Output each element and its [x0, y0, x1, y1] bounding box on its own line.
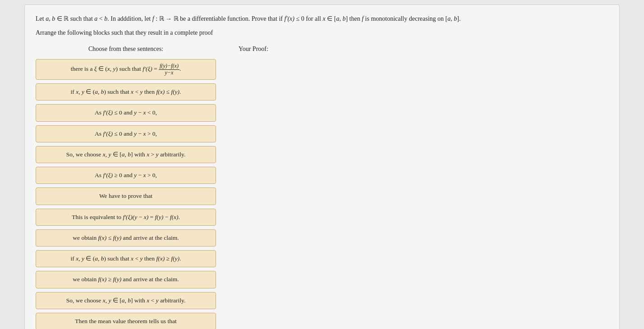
sentence-block-12[interactable]: So, we choose x, y ∈ [a, b] with x < y a…: [36, 292, 216, 309]
sentence-block-7[interactable]: We have to prove that: [36, 187, 216, 205]
sentence-block-8[interactable]: This is equivalent to f′(ξ)(y − x) = f(y…: [36, 209, 216, 226]
sentence-block-11[interactable]: we obtain f(x) ≥ f(y) and arrive at the …: [36, 271, 216, 288]
sentence-block-3[interactable]: As f′(ξ) ≤ 0 and y − x < 0,: [36, 104, 216, 121]
sentence-block-2[interactable]: if x, y ∈ (a, b) such that x < y then f(…: [36, 83, 216, 101]
sentence-block-1[interactable]: there is a ξ ∈ (x, y) such that f′(ξ) = …: [36, 59, 216, 80]
problem-statement: Let a, b ∈ ℝ such that a < b. In addditi…: [36, 14, 608, 24]
right-column-title: Your Proof:: [234, 46, 608, 53]
sentence-block-5[interactable]: So, we choose x, y ∈ [a, b] with x > y a…: [36, 146, 216, 163]
left-column: Choose from these sentences: there is a …: [36, 46, 216, 329]
sentence-block-9[interactable]: we obtain f(x) ≤ f(y) and arrive at the …: [36, 229, 216, 247]
sentence-block-4[interactable]: As f′(ξ) ≤ 0 and y − x > 0,: [36, 125, 216, 142]
sentence-block-13[interactable]: Then the mean value theorem tells us tha…: [36, 313, 216, 329]
main-container: Let a, b ∈ ℝ such that a < b. In addditi…: [24, 5, 620, 329]
left-column-title: Choose from these sentences:: [36, 46, 216, 53]
sentence-block-10[interactable]: if x, y ∈ (a, b) such that x < y then f(…: [36, 250, 216, 267]
arrange-instruction: Arrange the following blocks such that t…: [36, 29, 608, 37]
right-column: Your Proof:: [234, 46, 608, 329]
sentence-block-6[interactable]: As f′(ξ) ≥ 0 and y − x > 0,: [36, 167, 216, 184]
